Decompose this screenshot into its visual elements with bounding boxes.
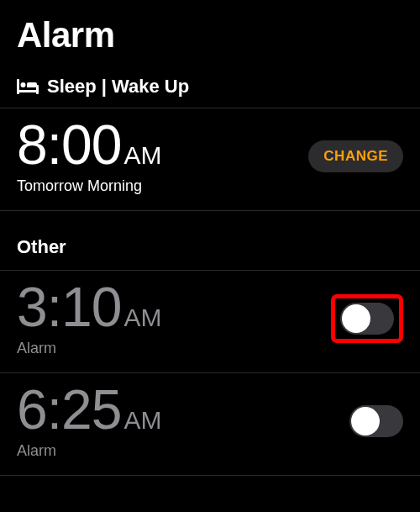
alarm-time: 3:10 AM: [17, 279, 161, 335]
sleep-wake-row: 8:00 AM Tomorrow Morning CHANGE: [0, 108, 420, 211]
alarm-time-value: 6:25: [17, 382, 121, 437]
highlight-annotation: [331, 294, 403, 343]
alarm-toggle[interactable]: [349, 405, 403, 437]
sleep-section-label: Sleep | Wake Up: [47, 76, 189, 98]
alarm-row: 3:10 AM Alarm: [0, 271, 420, 373]
sleep-wake-time: 8:00 AM: [17, 117, 161, 172]
alarm-time: 6:25 AM: [17, 382, 161, 437]
alarm-row: 6:25 AM Alarm: [0, 373, 420, 476]
sleep-wake-time-value: 8:00: [17, 117, 121, 172]
alarm-toggle[interactable]: [340, 303, 394, 335]
sleep-wake-subtext: Tomorrow Morning: [17, 177, 161, 195]
sleep-section-header: Sleep | Wake Up: [0, 64, 420, 108]
bed-icon: [17, 79, 39, 94]
svg-point-3: [21, 82, 26, 87]
alarm-time-value: 3:10: [17, 279, 121, 335]
other-section-header: Other: [0, 211, 420, 271]
sleep-wake-time-ampm: AM: [123, 141, 161, 170]
page-title: Alarm: [0, 0, 420, 64]
toggle-knob: [351, 407, 380, 435]
change-button[interactable]: CHANGE: [308, 140, 403, 172]
toggle-knob: [342, 304, 370, 333]
alarm-label: Alarm: [17, 340, 161, 357]
alarm-time-ampm: AM: [123, 406, 161, 435]
svg-rect-2: [17, 90, 39, 92]
alarm-time-ampm: AM: [123, 304, 161, 332]
alarm-label: Alarm: [17, 442, 161, 460]
